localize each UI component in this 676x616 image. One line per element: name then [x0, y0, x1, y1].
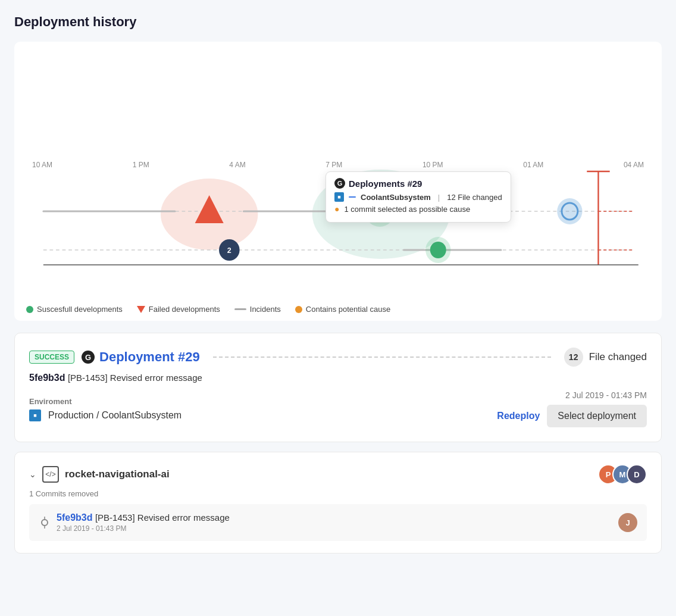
legend-dot-orange	[295, 306, 302, 313]
repo-header: ⌄ </> rocket-navigational-ai P M D	[29, 464, 647, 484]
env-bitbucket-icon: ■	[29, 409, 41, 421]
repo-card: ⌄ </> rocket-navigational-ai P M D 1 Com…	[14, 452, 662, 554]
chart-legend: Suscesfull developments Failed developme…	[26, 305, 650, 314]
file-count-badge: 12	[564, 348, 583, 367]
tooltip: G Deployments #29 ■ CoolantSubsystem | 1…	[326, 171, 511, 223]
legend-successful-label: Suscesfull developments	[37, 305, 123, 314]
commit-author-avatar: J	[618, 513, 637, 532]
legend-successful: Suscesfull developments	[26, 305, 123, 314]
legend-potential-cause: Contains potential cause	[295, 305, 390, 314]
env-section: Enviroment ■ Production / CoolantSubsyst…	[29, 397, 181, 421]
file-changed-label: File changed	[589, 351, 647, 363]
bitbucket-icon: ■	[334, 192, 344, 202]
legend-dash-gray	[234, 308, 246, 310]
tooltip-commit-text: 1 commit selected as possible cause	[345, 205, 471, 214]
commit-hash-message: 5fe9b3d [PB-1453] Revised error message	[57, 512, 618, 523]
deployment-title: G Deployment #29	[82, 349, 200, 365]
chart-area: 2 👆 10 AM 1	[26, 161, 650, 298]
legend-triangle-red	[137, 306, 145, 313]
date-block: 2 Jul 2019 - 01:43 PM Redeploy Select de…	[497, 390, 647, 427]
chevron-down-icon[interactable]: ⌄	[29, 470, 36, 479]
env-name: Production / CoolantSubsystem	[48, 410, 181, 421]
tooltip-title-text: Deployments #29	[349, 179, 422, 189]
svg-point-23	[42, 520, 48, 526]
avatar-group: P M D	[598, 464, 647, 484]
code-icon: </>	[42, 466, 59, 483]
orange-dot-icon: ●	[334, 204, 339, 214]
tooltip-files: 12 File changed	[447, 193, 502, 202]
repo-name: rocket-navigational-ai	[65, 468, 170, 480]
legend-incidents: Incidents	[234, 305, 281, 314]
tooltip-service-badge	[349, 196, 356, 198]
dotted-separator	[213, 357, 551, 358]
commit-info-row: 5fe9b3d [PB-1453] Revised error message	[29, 373, 647, 383]
action-row: 2 Jul 2019 - 01:43 PM Redeploy Select de…	[497, 390, 647, 427]
tooltip-service-row: ■ CoolantSubsystem | 12 File changed	[334, 192, 502, 202]
legend-failed: Failed developments	[137, 305, 220, 314]
avatar-3: D	[627, 464, 647, 484]
commits-removed-label: 1 Commits removed	[29, 489, 647, 498]
card-right: 12 File changed	[564, 348, 647, 367]
deployment-card: SUCCESS G Deployment #29 12 File changed…	[14, 333, 662, 442]
commit-hash: 5fe9b3d	[29, 373, 65, 383]
chart-container: 2 👆 10 AM 1	[14, 42, 662, 321]
tooltip-title: G Deployments #29	[334, 178, 502, 189]
card-bottom-row: Enviroment ■ Production / CoolantSubsyst…	[29, 390, 647, 427]
commit-detail: 5fe9b3d [PB-1453] Revised error message …	[57, 512, 618, 533]
commit-message: [PB-1453] Revised error message	[68, 373, 202, 383]
commit-date: 2 Jul 2019 - 01:43 PM	[57, 524, 618, 533]
legend-incidents-label: Incidents	[250, 305, 281, 314]
svg-text:2: 2	[227, 246, 231, 255]
legend-dot-green	[26, 306, 33, 313]
g-brand-icon: G	[334, 178, 345, 189]
svg-point-14	[430, 242, 446, 258]
tooltip-commit-row: ● 1 commit selected as possible cause	[334, 204, 502, 214]
deployment-date: 2 Jul 2019 - 01:43 PM	[497, 390, 647, 400]
commit-card: 5fe9b3d [PB-1453] Revised error message …	[29, 504, 647, 541]
legend-failed-label: Failed developments	[149, 305, 220, 314]
legend-potential-cause-label: Contains potential cause	[306, 305, 390, 314]
redeploy-button[interactable]: Redeploy	[497, 411, 540, 421]
page-title: Deployment history	[14, 14, 662, 30]
deployment-title-text: Deployment #29	[99, 349, 200, 365]
commit-hash-link[interactable]: 5fe9b3d	[57, 512, 92, 523]
commit-dot-icon	[39, 517, 51, 529]
status-badge: SUCCESS	[29, 351, 74, 364]
select-deployment-button[interactable]: Select deployment	[547, 405, 647, 427]
env-label: Enviroment	[29, 397, 181, 406]
deployment-g-icon: G	[82, 351, 95, 364]
card-header: SUCCESS G Deployment #29 12 File changed	[29, 348, 647, 367]
env-row: ■ Production / CoolantSubsystem	[29, 409, 181, 421]
tooltip-service-name: CoolantSubsystem	[361, 193, 431, 202]
commit-msg: [PB-1453] Revised error message	[95, 512, 230, 523]
